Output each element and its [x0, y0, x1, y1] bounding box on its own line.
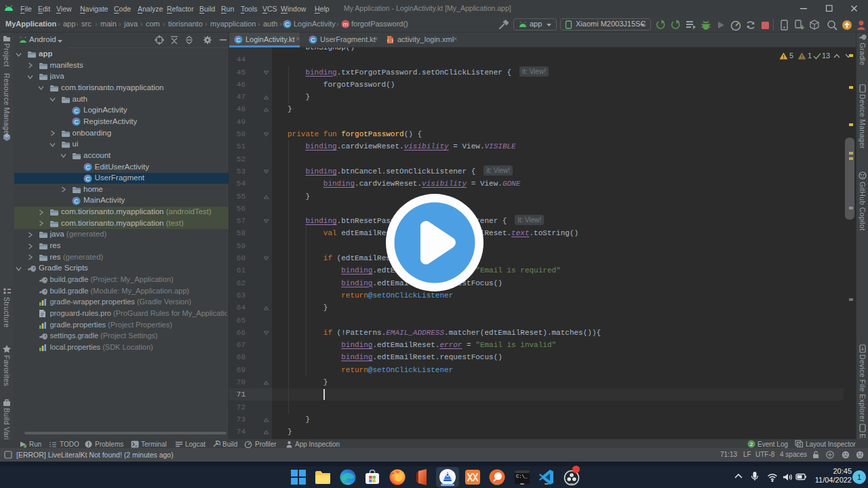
svg-text:C: C: [74, 198, 79, 205]
svg-text:C: C: [311, 37, 315, 43]
svg-text:2: 2: [750, 441, 753, 447]
svg-text:C: C: [285, 21, 290, 28]
svg-text:C: C: [74, 119, 79, 125]
svg-text:C: C: [85, 164, 90, 171]
svg-text:C:\_: C:\_: [516, 474, 528, 479]
svg-text:m: m: [343, 21, 349, 28]
svg-text:C: C: [74, 108, 79, 115]
svg-text:C: C: [236, 37, 241, 43]
svg-text:C: C: [85, 176, 90, 182]
